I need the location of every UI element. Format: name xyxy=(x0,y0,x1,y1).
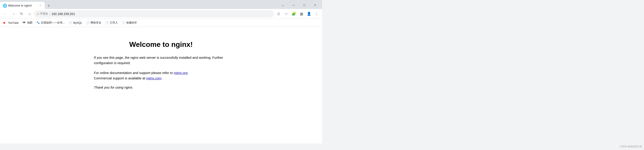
address-bar[interactable]: ⚠ 不安全 | 192.168.159.201 xyxy=(34,10,274,18)
chevron-button[interactable]: ⌄ xyxy=(278,2,288,8)
window-controls: ⌄ ─ □ × xyxy=(278,2,322,9)
sidebar-icon: ▦ xyxy=(300,12,303,16)
bookmark-netsec[interactable]: 📄 网络安全 xyxy=(84,20,103,26)
bookmark-maps-label: 地图 xyxy=(27,21,32,25)
nginx-paragraph-2: For online documentation and support ple… xyxy=(94,70,228,81)
warning-icon: ⚠ xyxy=(37,12,39,16)
para2-suffix2: . xyxy=(162,76,162,80)
profile-icon: 👤 xyxy=(307,12,311,16)
share-icon: ⎙ xyxy=(278,12,280,16)
home-button[interactable]: ⌂ xyxy=(26,10,33,18)
menu-icon: ⋮ xyxy=(315,12,318,16)
tab-favicon: 🌐 xyxy=(3,4,6,7)
bookmark-mysql-label: MySQL xyxy=(73,21,82,24)
mysql-favicon: 📄 xyxy=(69,21,72,25)
menu-button[interactable]: ⋮ xyxy=(313,10,320,18)
address-text: 192.168.159.201 xyxy=(52,12,272,16)
browser-window: 🌐 Welcome to nginx! × + ⌄ ─ □ × ← → ↻ ⌂ … xyxy=(0,0,322,143)
bookmark-imported-label: 已导入 xyxy=(110,21,118,25)
tab-title: Welcome to nginx! xyxy=(8,4,37,7)
bookmark-youtube-label: YouTube xyxy=(8,21,18,24)
tab-close-button[interactable]: × xyxy=(38,4,42,7)
page-content: Welcome to nginx! If you see this page, … xyxy=(0,27,322,143)
tab-bar: 🌐 Welcome to nginx! × + ⌄ ─ □ × xyxy=(0,0,322,9)
back-button[interactable]: ← xyxy=(2,10,9,18)
address-divider: | xyxy=(50,12,50,16)
new-tab-button[interactable]: + xyxy=(46,3,52,9)
bookmark-youtube[interactable]: ▶ YouTube xyxy=(2,20,20,26)
para2-suffix1: . xyxy=(188,71,188,75)
baidu-favicon: 🐾 xyxy=(36,21,40,25)
maps-favicon: 🗺 xyxy=(22,21,26,25)
bookmark-favorites[interactable]: 📄 收藏夹栏 xyxy=(120,20,139,26)
extensions-icon: 🧩 xyxy=(292,12,296,16)
nginx-org-link[interactable]: nginx.org xyxy=(174,71,188,75)
reload-button[interactable]: ↻ xyxy=(18,10,25,18)
minimize-button[interactable]: ─ xyxy=(288,2,299,8)
security-warning: ⚠ 不安全 xyxy=(37,12,48,16)
para2-prefix: For online documentation and support ple… xyxy=(94,71,174,75)
sidebar-button[interactable]: ▦ xyxy=(298,10,305,18)
bookmark-baidu-label: 百度贴吧——全球... xyxy=(41,21,64,25)
imported-favicon: 📄 xyxy=(105,21,109,25)
active-tab[interactable]: 🌐 Welcome to nginx! × xyxy=(0,2,45,9)
nginx-paragraph-1: If you see this page, the nginx web serv… xyxy=(94,55,228,66)
security-label: 不安全 xyxy=(40,12,48,16)
nginx-com-link[interactable]: nginx.com xyxy=(146,76,161,80)
profile-button[interactable]: 👤 xyxy=(306,10,312,18)
bookmark-button[interactable]: ☆ xyxy=(283,10,290,18)
youtube-favicon: ▶ xyxy=(4,21,7,25)
bookmark-netsec-label: 网络安全 xyxy=(90,21,101,25)
bookmark-baidu[interactable]: 🐾 百度贴吧——全球... xyxy=(35,20,66,26)
back-icon: ← xyxy=(4,12,7,16)
nav-bar: ← → ↻ ⌂ ⚠ 不安全 | 192.168.159.201 ⎙ ☆ xyxy=(0,9,322,19)
home-icon: ⌂ xyxy=(28,12,31,16)
favorites-favicon: 📄 xyxy=(122,21,126,25)
bookmarks-bar: ▶ YouTube 🗺 地图 🐾 百度贴吧——全球... 📄 MySQL 📄 网… xyxy=(0,19,322,27)
forward-button[interactable]: → xyxy=(10,10,17,18)
nginx-container: Welcome to nginx! If you see this page, … xyxy=(94,40,228,89)
nav-right-icons: ⎙ ☆ 🧩 ▦ 👤 ⋮ xyxy=(275,10,320,18)
reload-icon: ↻ xyxy=(20,12,23,16)
share-button[interactable]: ⎙ xyxy=(275,10,282,18)
star-icon: ☆ xyxy=(285,12,288,16)
netsec-favicon: 📄 xyxy=(86,21,90,25)
bookmark-mysql[interactable]: 📄 MySQL xyxy=(67,20,84,26)
bookmark-favorites-label: 收藏夹栏 xyxy=(126,21,137,25)
bookmark-maps[interactable]: 🗺 地图 xyxy=(21,20,34,26)
maximize-button[interactable]: □ xyxy=(299,2,310,8)
extensions-button[interactable]: 🧩 xyxy=(290,10,298,18)
para2-line2-prefix: Commercial support is available at xyxy=(94,76,146,80)
nginx-thankyou: Thank you for using nginx. xyxy=(94,86,228,89)
forward-icon: → xyxy=(12,12,15,16)
close-button[interactable]: × xyxy=(310,2,320,8)
bookmark-imported[interactable]: 📄 已导入 xyxy=(104,20,120,26)
page-title: Welcome to nginx! xyxy=(94,40,228,49)
